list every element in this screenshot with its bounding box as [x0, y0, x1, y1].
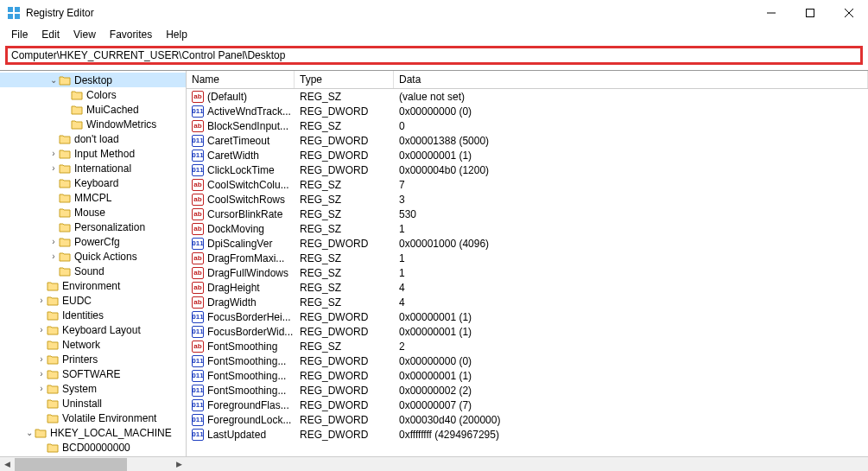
- list-row[interactable]: 011FocusBorderWid...REG_DWORD0x00000001 …: [187, 324, 868, 339]
- expand-collapse-icon[interactable]: ›: [48, 163, 59, 173]
- menu-help[interactable]: Help: [160, 27, 193, 42]
- list-row[interactable]: 011FontSmoothing...REG_DWORD0x00000002 (…: [187, 383, 868, 398]
- list-row[interactable]: abDragHeightREG_SZ4: [187, 280, 868, 295]
- list-row[interactable]: 011FocusBorderHei...REG_DWORD0x00000001 …: [187, 309, 868, 324]
- list-row[interactable]: 011ClickLockTimeREG_DWORD0x000004b0 (120…: [187, 162, 868, 177]
- scroll-thumb[interactable]: [15, 458, 127, 471]
- expand-collapse-icon[interactable]: ›: [48, 149, 59, 158]
- tree-item-label: BCD00000000: [62, 442, 130, 454]
- scroll-right-button[interactable]: ▶: [172, 457, 187, 472]
- tree-item[interactable]: ›EUDC: [0, 293, 186, 308]
- horizontal-scrollbar[interactable]: ◀ ▶: [0, 456, 868, 471]
- list-row[interactable]: ab(Default)REG_SZ(value not set): [187, 89, 868, 104]
- expand-collapse-icon[interactable]: ›: [36, 354, 47, 364]
- tree-item[interactable]: Keyboard: [0, 175, 186, 190]
- tree-item[interactable]: Uninstall: [0, 396, 186, 411]
- tree-item[interactable]: Network: [0, 337, 186, 352]
- expand-collapse-icon[interactable]: ›: [48, 251, 59, 261]
- tree-item-label: Printers: [62, 353, 98, 366]
- string-value-icon: ab: [192, 252, 204, 264]
- list-row[interactable]: 011ForegroundFlas...REG_DWORD0x00000007 …: [187, 398, 868, 412]
- tree-item[interactable]: ›System: [0, 381, 186, 396]
- expand-collapse-icon[interactable]: ›: [48, 237, 59, 246]
- list-row[interactable]: 011ActiveWndTrack...REG_DWORD0x00000000 …: [187, 104, 868, 118]
- value-data: 0x00000001 (1): [394, 370, 868, 382]
- tree-item[interactable]: Colors: [0, 87, 186, 102]
- value-name: FontSmoothing...: [207, 355, 286, 367]
- list-row[interactable]: abDockMovingREG_SZ1: [187, 221, 868, 236]
- menu-view[interactable]: View: [67, 27, 102, 42]
- tree-item[interactable]: BCD00000000: [0, 440, 186, 455]
- menu-edit[interactable]: Edit: [35, 27, 66, 42]
- value-name: CoolSwitchColu...: [207, 179, 289, 191]
- expand-collapse-icon[interactable]: ›: [36, 384, 47, 393]
- tree-item[interactable]: MMCPL: [0, 190, 186, 205]
- list-pane[interactable]: Name Type Data ab(Default)REG_SZ(value n…: [187, 71, 868, 456]
- column-header-type[interactable]: Type: [295, 71, 394, 88]
- scroll-left-button[interactable]: ◀: [0, 457, 15, 472]
- tree-item[interactable]: ›International: [0, 161, 186, 175]
- tree-item[interactable]: ›Input Method: [0, 146, 186, 161]
- tree-item-label: WindowMetrics: [86, 118, 156, 130]
- column-header-name[interactable]: Name: [187, 71, 295, 88]
- close-button[interactable]: [829, 0, 868, 26]
- list-row[interactable]: 011ForegroundLock...REG_DWORD0x00030d40 …: [187, 412, 868, 427]
- titlebar[interactable]: Registry Editor: [0, 0, 868, 26]
- tree-item[interactable]: Mouse: [0, 205, 186, 220]
- value-name: DragWidth: [207, 296, 257, 309]
- list-row[interactable]: abBlockSendInput...REG_SZ0: [187, 118, 868, 133]
- expand-collapse-icon[interactable]: ⌄: [48, 75, 59, 85]
- list-row[interactable]: abCoolSwitchRowsREG_SZ3: [187, 192, 868, 207]
- value-data: 0x000004b0 (1200): [394, 164, 868, 176]
- tree-item[interactable]: ⌄HKEY_LOCAL_MACHINE: [0, 425, 186, 440]
- tree-item[interactable]: ⌄Desktop: [0, 73, 186, 87]
- value-data: 0x00000001 (1): [394, 326, 868, 338]
- value-data: 1: [394, 223, 868, 235]
- value-data: 0: [394, 120, 868, 132]
- list-row[interactable]: abDragFromMaxi...REG_SZ1: [187, 251, 868, 265]
- tree-item[interactable]: ›PowerCfg: [0, 234, 186, 249]
- tree-item[interactable]: Environment: [0, 278, 186, 293]
- list-row[interactable]: abCoolSwitchColu...REG_SZ7: [187, 177, 868, 192]
- tree-item[interactable]: Volatile Environment: [0, 411, 186, 425]
- list-row[interactable]: 011CaretTimeoutREG_DWORD0x00001388 (5000…: [187, 133, 868, 148]
- tree-item[interactable]: MuiCached: [0, 102, 186, 117]
- list-row[interactable]: 011FontSmoothing...REG_DWORD0x00000001 (…: [187, 368, 868, 383]
- expand-collapse-icon[interactable]: ⌄: [24, 428, 35, 437]
- tree-item[interactable]: don't load: [0, 131, 186, 146]
- tree-item[interactable]: Personalization: [0, 220, 186, 234]
- menu-favorites[interactable]: Favorites: [104, 27, 158, 42]
- address-input[interactable]: Computer\HKEY_CURRENT_USER\Control Panel…: [5, 46, 863, 65]
- tree-item[interactable]: WindowMetrics: [0, 117, 186, 131]
- list-row[interactable]: abDragWidthREG_SZ4: [187, 295, 868, 309]
- tree-item[interactable]: Sound: [0, 264, 186, 278]
- value-data: 0x00000001 (1): [394, 150, 868, 162]
- list-row[interactable]: abFontSmoothingREG_SZ2: [187, 339, 868, 353]
- tree-item[interactable]: ›Quick Actions: [0, 249, 186, 264]
- minimize-button[interactable]: [751, 0, 790, 26]
- list-row[interactable]: abCursorBlinkRateREG_SZ530: [187, 207, 868, 221]
- list-row[interactable]: abDragFullWindowsREG_SZ1: [187, 265, 868, 280]
- expand-collapse-icon[interactable]: ›: [36, 325, 47, 334]
- list-row[interactable]: 011CaretWidthREG_DWORD0x00000001 (1): [187, 148, 868, 162]
- value-data: 0x00001000 (4096): [394, 238, 868, 250]
- value-type: REG_SZ: [295, 91, 394, 103]
- menu-file[interactable]: File: [5, 27, 34, 42]
- string-value-icon: ab: [192, 179, 204, 191]
- binary-value-icon: 011: [192, 385, 204, 397]
- tree-item[interactable]: ›Keyboard Layout: [0, 322, 186, 337]
- list-row[interactable]: 011FontSmoothing...REG_DWORD0x00000000 (…: [187, 353, 868, 368]
- maximize-button[interactable]: [790, 0, 829, 26]
- column-header-data[interactable]: Data: [394, 71, 868, 88]
- list-row[interactable]: 011DpiScalingVerREG_DWORD0x00001000 (409…: [187, 236, 868, 251]
- tree-item[interactable]: ›Printers: [0, 352, 186, 366]
- expand-collapse-icon[interactable]: ›: [36, 296, 47, 305]
- tree-pane[interactable]: ⌄DesktopColorsMuiCachedWindowMetricsdon'…: [0, 71, 187, 456]
- value-data: 7: [394, 179, 868, 191]
- expand-collapse-icon[interactable]: ›: [36, 369, 47, 379]
- folder-icon: [47, 325, 59, 335]
- list-row[interactable]: 011LastUpdatedREG_DWORD0xffffffff (42949…: [187, 427, 868, 442]
- tree-item[interactable]: ›SOFTWARE: [0, 366, 186, 381]
- tree-item[interactable]: Identities: [0, 308, 186, 322]
- folder-icon: [59, 193, 71, 203]
